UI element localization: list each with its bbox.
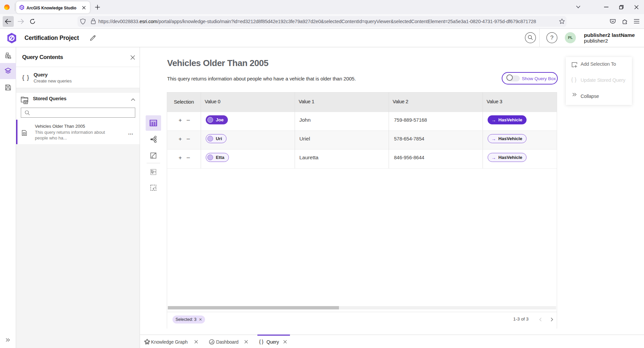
svg-text:?: ? <box>550 35 553 41</box>
